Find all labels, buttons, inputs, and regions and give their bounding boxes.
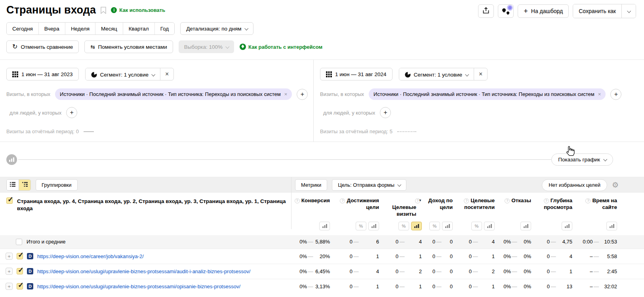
detalization-dropdown[interactable]: Детализация: по дням bbox=[180, 22, 253, 35]
swap-conditions-label: Поменять условия местами bbox=[98, 44, 167, 50]
metric-value-b: 5:58 bbox=[600, 253, 617, 259]
bar-mode-button[interactable] bbox=[484, 222, 495, 230]
how-to-use-link[interactable]: i Как использовать bbox=[111, 7, 165, 13]
goal-dropdown[interactable]: Цель: Отправка формы bbox=[332, 179, 406, 191]
add-visit-condition-button-a[interactable]: + bbox=[297, 89, 308, 100]
select-all-checkbox[interactable] bbox=[6, 197, 13, 204]
bar-mode-button[interactable] bbox=[442, 222, 453, 230]
metric-value-b: 2:45 bbox=[600, 268, 617, 274]
remove-segment-button-b[interactable]: × bbox=[474, 68, 487, 80]
tree-view-button[interactable] bbox=[19, 180, 30, 190]
help-icon[interactable]: ? bbox=[340, 198, 345, 203]
compass-icon bbox=[240, 44, 246, 50]
metric-value-b: 13 bbox=[557, 284, 572, 289]
save-as-dropdown-button[interactable] bbox=[621, 4, 636, 18]
groupings-button[interactable]: Группировки bbox=[36, 179, 78, 191]
column-header-page-depth[interactable]: ?Глубина просмотра bbox=[534, 197, 575, 211]
metric-cell: 0:00—10:53 bbox=[575, 239, 620, 245]
column-header-target-visits[interactable]: ?Целевые визиты ▼ bbox=[382, 197, 425, 218]
tab-week[interactable]: Неделя bbox=[65, 23, 95, 34]
remove-segment-button-a[interactable]: × bbox=[160, 68, 173, 80]
totals-checkbox[interactable] bbox=[16, 239, 22, 245]
favorite-goals-button[interactable]: Нет избранных целей bbox=[542, 179, 607, 191]
grouping-header-label: Страница входа, ур. 4, Страница входа, у… bbox=[17, 197, 291, 212]
percent-mode-button[interactable]: % bbox=[356, 222, 366, 230]
metric-cell: –—32:02 bbox=[575, 284, 620, 289]
to-dashboard-button[interactable]: + На дашборд bbox=[518, 4, 569, 18]
column-header-target-visitors[interactable]: ?Целевые посетители bbox=[456, 197, 498, 211]
expand-row-button[interactable]: + bbox=[6, 268, 13, 275]
metric-value-b: 10:53 bbox=[600, 239, 617, 245]
tab-month[interactable]: Месяц bbox=[95, 23, 123, 34]
column-header-bounces[interactable]: ?Отказы bbox=[498, 197, 534, 204]
percent-icon: % bbox=[433, 224, 437, 228]
remove-condition-icon[interactable]: × bbox=[598, 91, 601, 97]
settings-gear-icon[interactable]: ⚙ bbox=[612, 181, 619, 189]
metric-cell: 0—2 bbox=[382, 268, 425, 274]
bar-mode-button[interactable] bbox=[368, 222, 379, 230]
help-icon[interactable]: ? bbox=[464, 198, 469, 203]
row-checkbox[interactable] bbox=[17, 253, 23, 259]
bookmark-icon[interactable] bbox=[101, 7, 106, 14]
add-people-condition-button-b[interactable]: + bbox=[380, 107, 391, 118]
bar-mode-button[interactable] bbox=[520, 222, 531, 230]
bar-mode-button[interactable] bbox=[319, 222, 330, 230]
page-url-link[interactable]: https://deep-vision.one/uslugi/upravleni… bbox=[37, 268, 250, 274]
interface-help-link[interactable]: Как работать с интерфейсом bbox=[240, 44, 322, 50]
cancel-compare-button[interactable]: ↻ Отменить сравнение bbox=[6, 40, 79, 53]
metrics-button[interactable]: Метрики bbox=[295, 179, 327, 191]
help-icon[interactable]: ? bbox=[585, 198, 591, 203]
ai-assistant-button[interactable] bbox=[498, 4, 514, 18]
tab-yesterday[interactable]: Вчера bbox=[38, 23, 65, 34]
column-header-goal-revenue[interactable]: Доход по цели bbox=[425, 197, 456, 211]
column-header-time-on-site[interactable]: ?Время на сайте bbox=[575, 197, 620, 211]
value-separator: — bbox=[593, 253, 600, 259]
remove-condition-icon[interactable]: × bbox=[284, 91, 288, 97]
condition-chip-a[interactable]: Источники · Последний значимый источник … bbox=[55, 88, 292, 100]
page-url-link[interactable]: https://deep-vision.one/career/job/vakan… bbox=[37, 253, 144, 259]
metric-value-a: 0% bbox=[291, 239, 307, 245]
show-chart-button[interactable]: Показать график bbox=[551, 153, 613, 166]
list-view-button[interactable] bbox=[7, 180, 19, 190]
date-range-button-b[interactable]: 1 июн — 31 авг 2024 bbox=[320, 68, 392, 80]
tab-year[interactable]: Год bbox=[154, 23, 175, 34]
percent-mode-button[interactable]: % bbox=[471, 222, 482, 230]
help-icon[interactable]: ? bbox=[295, 198, 300, 203]
expand-row-button[interactable]: + bbox=[6, 253, 13, 260]
swap-conditions-button[interactable]: ⇆ Поменять условия местами bbox=[84, 40, 173, 53]
sampling-dropdown[interactable]: Выборка: 100% bbox=[179, 40, 234, 53]
tab-today[interactable]: Сегодня bbox=[7, 23, 38, 34]
help-icon[interactable]: ? bbox=[505, 198, 510, 203]
value-separator: — bbox=[472, 253, 479, 259]
segment-dropdown-a[interactable]: Сегмент: 1 условие bbox=[86, 68, 160, 80]
page-url-link[interactable]: https://deep-vision.one/uslugi/upravleni… bbox=[37, 284, 240, 289]
metric-value-b: 4 bbox=[557, 253, 572, 259]
expand-row-button[interactable]: + bbox=[6, 283, 13, 290]
add-visit-condition-button-b[interactable]: + bbox=[610, 89, 621, 100]
metric-value-a: 0 bbox=[425, 284, 435, 289]
add-people-condition-button-a[interactable]: + bbox=[66, 107, 77, 118]
column-header-conversion[interactable]: ?Конверсия bbox=[291, 197, 333, 204]
bar-mode-button-active[interactable] bbox=[411, 222, 422, 230]
metric-value-b: 5,88% bbox=[314, 239, 330, 245]
tab-quarter[interactable]: Квартал bbox=[123, 23, 154, 34]
segment-dropdown-b[interactable]: Сегмент: 1 условие bbox=[399, 68, 474, 80]
row-checkbox[interactable] bbox=[17, 283, 23, 289]
column-header-goal-reaches[interactable]: ?Достижения цели bbox=[333, 197, 382, 211]
totals-label: Итого и средние bbox=[27, 239, 65, 245]
bar-mode-button[interactable] bbox=[562, 222, 572, 230]
metric-cell: 0%—0% bbox=[498, 239, 534, 245]
row-checkbox[interactable] bbox=[17, 268, 23, 274]
site-favicon: D bbox=[27, 268, 33, 274]
metric-value-b: 6,45% bbox=[314, 268, 330, 274]
chevron-down-icon bbox=[627, 9, 631, 13]
share-button[interactable] bbox=[478, 4, 494, 18]
bar-mode-button[interactable] bbox=[606, 222, 617, 230]
save-as-button[interactable]: Сохранить как bbox=[573, 4, 621, 18]
percent-mode-button[interactable]: % bbox=[429, 222, 440, 230]
sort-desc-icon[interactable]: ▼ bbox=[419, 199, 422, 203]
condition-chip-b[interactable]: Источники · Последний значимый источник … bbox=[369, 88, 606, 100]
percent-mode-button[interactable]: % bbox=[398, 222, 409, 230]
help-icon[interactable]: ? bbox=[544, 198, 549, 203]
date-range-button-a[interactable]: 1 июн — 31 авг 2023 bbox=[6, 68, 79, 80]
